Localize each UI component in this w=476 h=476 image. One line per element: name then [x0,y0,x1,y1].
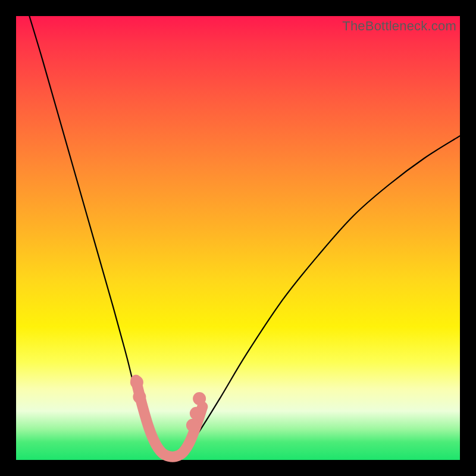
highlight-dot [190,407,203,420]
bottleneck-curve [29,16,460,459]
highlight-dot [186,419,199,432]
highlight-dot [193,392,206,405]
chart-svg [16,16,460,460]
chart-frame: TheBottleneck.com [0,0,476,476]
plot-area: TheBottleneck.com [16,16,460,460]
highlight-dot [133,390,146,403]
highlight-dot [130,375,143,389]
